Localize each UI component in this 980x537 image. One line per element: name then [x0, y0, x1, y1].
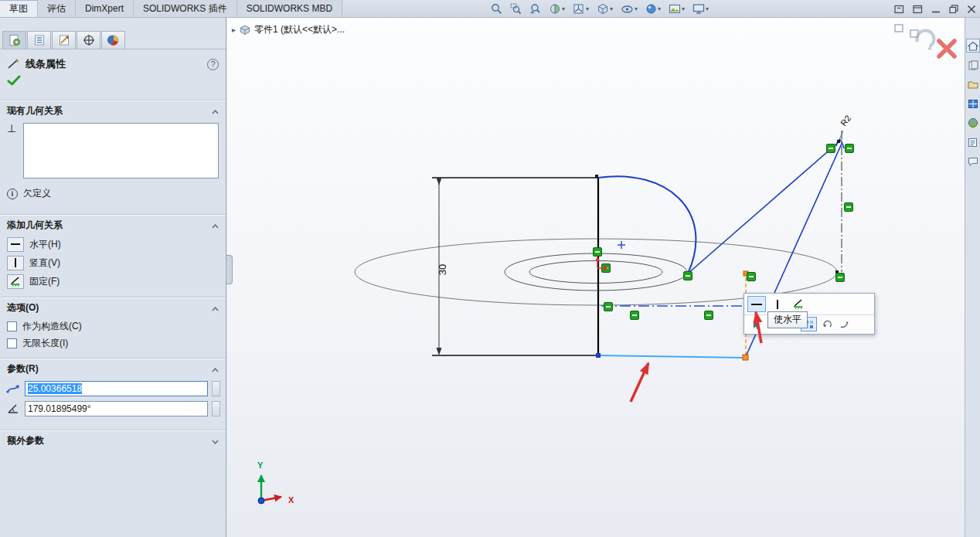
tab-dimxpert-manager[interactable] [52, 31, 76, 49]
relation-label: 竖直(V) [29, 257, 60, 270]
graphics-area[interactable]: ▸ 零件1 (默认<<默认>... [227, 18, 965, 537]
add-fix-button[interactable]: 固定(F) [0, 272, 226, 291]
tab-display-manager[interactable] [77, 31, 100, 49]
tab-appearances-manager[interactable] [101, 31, 125, 49]
hide-show-items-icon[interactable]: ▾ [620, 2, 638, 16]
zoom-previous-icon[interactable] [529, 2, 542, 16]
collapse-chevron-icon[interactable] [212, 303, 219, 314]
restore-button[interactable] [949, 5, 958, 14]
perpendicular-icon: ⊥ [7, 123, 19, 178]
undo-icon[interactable] [818, 317, 835, 331]
length-input[interactable]: 25.00366518 [25, 381, 208, 396]
panel-splitter-handle[interactable] [226, 255, 233, 284]
menu-tab-dimxpert[interactable]: DimXpert [76, 0, 134, 17]
make-vertical-button[interactable] [768, 296, 787, 312]
status-text: 欠定义 [23, 187, 51, 200]
view-toolbar: ▾ ▾ ▾ ▾ ▾ ▾ ▾ [490, 0, 709, 18]
line-endpoint[interactable] [596, 353, 601, 358]
collapse-chevron-icon[interactable] [212, 364, 219, 375]
relations-listbox[interactable] [23, 123, 219, 178]
selected-sketch-line[interactable] [598, 355, 746, 358]
relation-label: 水平(H) [29, 238, 61, 251]
angle-spinner[interactable] [212, 401, 220, 416]
minimize-button[interactable] [931, 5, 941, 14]
section-title: 参数(R) [7, 362, 39, 376]
menu-tab-mbd[interactable]: SOLIDWORKS MBD [237, 0, 342, 17]
design-library-icon[interactable] [966, 58, 980, 72]
horizontal-icon [7, 237, 24, 252]
collapse-chevron-icon[interactable] [212, 106, 219, 117]
custom-properties-icon[interactable] [966, 135, 980, 149]
menu-tab-sketch[interactable]: 草图 [0, 0, 38, 17]
zoom-area-icon[interactable] [509, 2, 522, 16]
vertical-icon [7, 256, 24, 270]
construction-checkbox[interactable] [7, 321, 17, 331]
feature-tree-root[interactable]: ▸ 零件1 (默认<<默认>... [232, 23, 345, 36]
section-existing-relations[interactable]: 现有几何关系 [0, 100, 226, 121]
appearances-scenes-icon[interactable] [966, 116, 980, 130]
radius-label: R2 [839, 114, 852, 127]
relation-label: 固定(F) [29, 275, 60, 288]
triad-y-label: Y [257, 461, 264, 470]
sketch-canvas[interactable]: 30 R2 [227, 18, 965, 537]
center-plus-icon [618, 241, 625, 249]
section-view-icon[interactable]: ▾ [548, 2, 566, 16]
existing-relations-row: ⊥ [0, 121, 226, 180]
make-fixed-button[interactable] [789, 296, 808, 312]
active-endpoint[interactable] [743, 355, 748, 360]
infinite-length-checkbox[interactable] [7, 338, 17, 348]
section-extra-parameters[interactable]: 额外参数 [0, 430, 226, 450]
select-icon[interactable] [747, 317, 764, 331]
apply-scene-icon[interactable]: ▾ [668, 2, 686, 16]
sketch-arc[interactable] [598, 176, 696, 274]
option-construction-line[interactable]: 作为构造线(C) [0, 318, 226, 335]
edit-appearance-icon[interactable]: ▾ [645, 2, 662, 16]
part-icon [240, 25, 250, 35]
length-icon [5, 382, 21, 395]
tree-expand-icon[interactable]: ▸ [232, 25, 236, 34]
collapse-chevron-icon[interactable] [212, 220, 219, 231]
dimension-30[interactable]: 30 [437, 182, 448, 352]
forum-icon[interactable] [966, 155, 980, 168]
expand-chevron-icon[interactable] [212, 436, 219, 447]
undock-icon[interactable] [913, 5, 923, 14]
expand-flyout-icon[interactable] [894, 5, 904, 14]
section-parameters[interactable]: 参数(R) [0, 358, 226, 379]
display-style-icon[interactable]: ▾ [596, 2, 614, 16]
angle-icon [5, 403, 21, 415]
feature-tree-item-label: 零件1 (默认<<默认>... [254, 23, 345, 36]
ok-button[interactable] [0, 73, 226, 93]
manager-tabs [0, 31, 226, 49]
home-icon[interactable] [966, 39, 980, 53]
context-toolbar [744, 293, 875, 335]
zoom-fit-icon[interactable] [490, 2, 503, 16]
angle-value: 179.01895499° [28, 403, 91, 414]
menu-tab-evaluate[interactable]: 评估 [38, 0, 76, 17]
triad-x-label: X [288, 495, 294, 505]
tab-property-manager[interactable] [2, 31, 26, 49]
extend-icon[interactable] [836, 317, 852, 331]
file-explorer-icon[interactable] [966, 77, 980, 91]
section-add-relations[interactable]: 添加几何关系 [0, 214, 226, 235]
add-vertical-button[interactable]: 竖直(V) [0, 253, 226, 272]
close-button[interactable] [967, 5, 976, 14]
option-infinite-length[interactable]: 无限长度(I) [0, 335, 226, 352]
make-horizontal-button[interactable] [747, 296, 766, 312]
panel-title-row: 线条属性 [0, 49, 226, 73]
radius-dimension[interactable]: R2 [839, 114, 852, 141]
view-settings-icon[interactable]: ▾ [692, 2, 709, 16]
angle-input[interactable]: 179.01895499° [25, 401, 208, 416]
section-title: 额外参数 [7, 434, 44, 447]
task-pane-strip [965, 18, 980, 537]
menu-tab-addins[interactable]: SOLIDWORKS 插件 [134, 0, 237, 17]
tab-configuration-manager[interactable] [27, 31, 51, 49]
length-spinner[interactable] [212, 381, 220, 396]
view-palette-icon[interactable] [966, 97, 980, 110]
tooltip: 使水平 [767, 311, 808, 328]
view-orientation-icon[interactable]: ▾ [572, 2, 590, 16]
help-icon[interactable] [207, 59, 219, 70]
sketch-line-diagonal-1[interactable] [688, 142, 839, 274]
add-horizontal-button[interactable]: 水平(H) [0, 235, 226, 253]
section-options[interactable]: 选项(O) [0, 297, 226, 318]
coordinate-triad: Y X [257, 461, 294, 505]
